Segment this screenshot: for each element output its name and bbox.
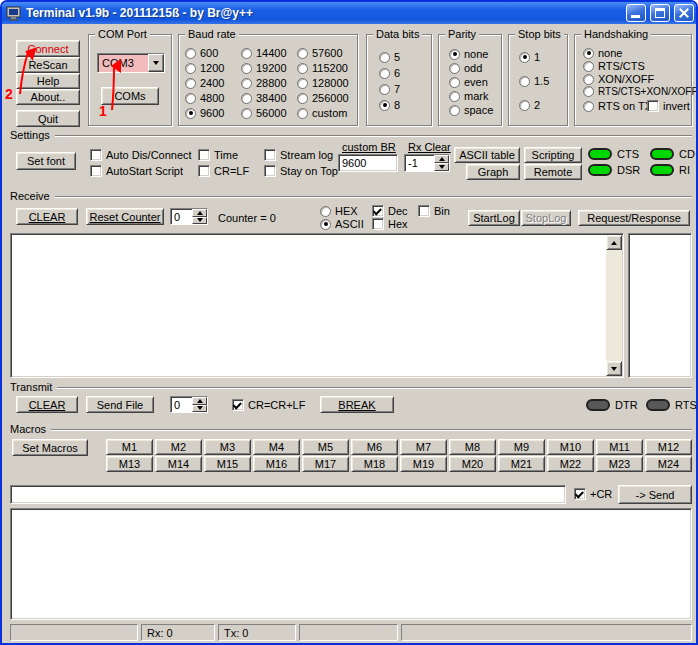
ascii-display-radio[interactable]: ASCII [320,218,364,230]
baud-1200-radio[interactable]: 1200 [185,62,224,74]
macro-m7-button[interactable]: M7 [400,439,447,455]
baud-56000-radio[interactable]: 56000 [241,107,287,119]
macro-m3-button[interactable]: M3 [204,439,251,455]
transmit-delay-spinner[interactable]: 0 [170,396,208,413]
parity-none-radio[interactable]: none [449,48,488,60]
databits-5-radio[interactable]: 5 [379,51,400,63]
macro-m12-button[interactable]: M12 [645,439,692,455]
receive-scrollbar[interactable] [606,235,622,376]
rescan-button[interactable]: ReScan [16,57,80,73]
macro-m4-button[interactable]: M4 [253,439,300,455]
baud-custom-radio[interactable]: custom [297,107,347,119]
receive-clear-button[interactable]: CLEAR [16,208,78,225]
send-button[interactable]: -> Send [618,485,692,504]
scrollbar-track[interactable] [606,250,622,361]
transmit-clear-button[interactable]: CLEAR [16,396,78,413]
bin-checkbox[interactable]: Bin [418,205,450,217]
help-button[interactable]: Help [16,73,80,89]
maximize-button[interactable] [650,4,670,22]
databits-7-radio[interactable]: 7 [379,83,400,95]
handshake-xonxoff-radio[interactable]: XON/XOFF [583,73,654,85]
macro-m13-button[interactable]: M13 [106,456,153,472]
baud-14400-radio[interactable]: 14400 [241,47,287,59]
cr-crlf-checkbox[interactable]: CR=CR+LF [232,399,305,411]
transmit-history[interactable] [10,508,692,620]
reset-counter-button[interactable]: Reset Counter [86,208,164,225]
macro-m14-button[interactable]: M14 [155,456,202,472]
graph-button[interactable]: Graph [466,164,520,180]
auto-disconnect-checkbox[interactable]: Auto Dis/Connect [90,149,192,161]
parity-mark-radio[interactable]: mark [449,90,488,102]
macro-m2-button[interactable]: M2 [155,439,202,455]
handshake-none-radio[interactable]: none [583,47,622,59]
stay-on-top-checkbox[interactable]: Stay on Top [264,165,338,177]
baud-2400-radio[interactable]: 2400 [185,77,224,89]
baud-19200-radio[interactable]: 19200 [241,62,287,74]
stoplog-button[interactable]: StopLog [521,210,571,226]
request-response-panel[interactable] [628,233,692,378]
macro-m17-button[interactable]: M17 [302,456,349,472]
baud-28800-radio[interactable]: 28800 [241,77,287,89]
close-button[interactable] [674,4,694,22]
baud-9600-radio[interactable]: 9600 [185,107,224,119]
macro-m6-button[interactable]: M6 [351,439,398,455]
plus-cr-checkbox[interactable]: +CR [574,488,612,500]
spin-down-icon[interactable] [192,405,207,413]
about-button[interactable]: About.. [16,89,80,105]
databits-6-radio[interactable]: 6 [379,67,400,79]
request-response-button[interactable]: Request/Response [578,210,690,226]
baud-4800-radio[interactable]: 4800 [185,92,224,104]
hex-checkbox[interactable]: Hex [372,218,408,230]
scroll-down-icon[interactable] [606,361,622,376]
minimize-button[interactable] [626,4,646,22]
dtr-led-lamp[interactable] [586,399,610,411]
counter-spinner[interactable]: 0 [170,208,208,225]
time-checkbox[interactable]: Time [198,149,238,161]
macro-m15-button[interactable]: M15 [204,456,251,472]
custom-br-input[interactable] [338,154,398,172]
macro-m19-button[interactable]: M19 [400,456,447,472]
break-button[interactable]: BREAK [320,396,394,413]
set-font-button[interactable]: Set font [16,152,76,170]
stopbits-1-radio[interactable]: 1 [519,51,540,63]
hex-display-radio[interactable]: HEX [320,205,358,217]
stopbits-2-radio[interactable]: 2 [519,99,540,111]
remote-button[interactable]: Remote [524,164,582,180]
macro-m24-button[interactable]: M24 [645,456,692,472]
com-port-dropdown-button[interactable] [148,54,164,72]
rx-clear-spinner[interactable]: -1 [404,154,450,172]
spin-up-icon[interactable] [192,397,207,405]
connect-button[interactable]: Connect [16,40,80,57]
parity-odd-radio[interactable]: odd [449,62,482,74]
macro-m1-button[interactable]: M1 [106,439,153,455]
dtr-led[interactable]: DTR [586,399,638,411]
send-file-button[interactable]: Send File [86,396,154,413]
coms-button[interactable]: COMs [101,87,159,105]
quit-button[interactable]: Quit [16,110,80,127]
handshake-rtscts-xonxoff-radio[interactable]: RTS/CTS+XON/XOFF [583,86,698,97]
set-macros-button[interactable]: Set Macros [12,439,88,456]
receive-terminal-text[interactable] [13,236,603,375]
parity-space-radio[interactable]: space [449,104,493,116]
titlebar[interactable]: Terminal v1.9b - 20111215ß - by Br@y++ [0,0,698,24]
cr-lf-checkbox[interactable]: CR=LF [198,165,249,177]
spin-up-icon[interactable] [434,155,449,163]
autostart-script-checkbox[interactable]: AutoStart Script [90,165,183,177]
scroll-up-icon[interactable] [606,235,622,250]
invert-checkbox[interactable]: invert [647,100,690,112]
macro-m22-button[interactable]: M22 [547,456,594,472]
baud-128000-radio[interactable]: 128000 [297,77,349,89]
dec-checkbox[interactable]: Dec [372,205,408,217]
baud-256000-radio[interactable]: 256000 [297,92,349,104]
handshake-rtscts-radio[interactable]: RTS/CTS [583,60,645,72]
spin-up-icon[interactable] [192,209,207,217]
macro-m10-button[interactable]: M10 [547,439,594,455]
spin-down-icon[interactable] [192,217,207,225]
macro-m9-button[interactable]: M9 [498,439,545,455]
stream-log-checkbox[interactable]: Stream log [264,149,333,161]
spin-down-icon[interactable] [434,163,449,171]
stopbits-1-5-radio[interactable]: 1.5 [519,75,549,87]
handshake-rts-on-tx-radio[interactable]: RTS on TX [583,100,652,112]
macro-m18-button[interactable]: M18 [351,456,398,472]
receive-terminal[interactable] [10,233,624,378]
